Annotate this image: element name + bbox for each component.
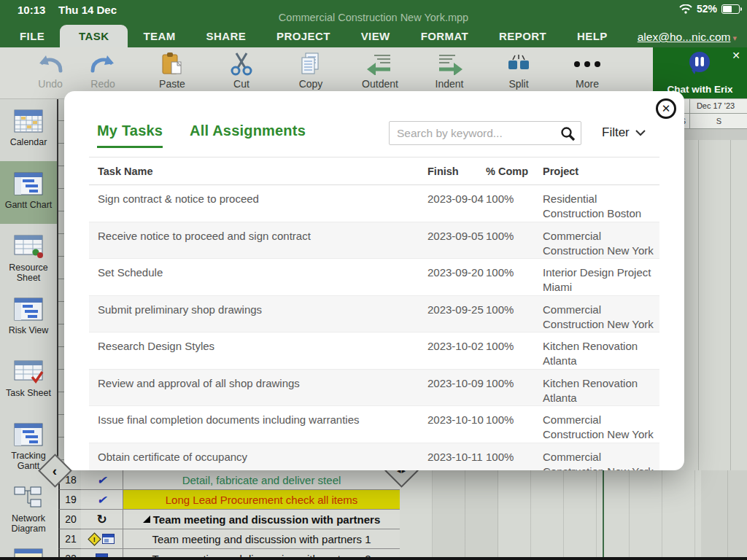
redo-icon: [72, 52, 133, 76]
copy-icon: [280, 52, 341, 76]
gantt-row-21: 21 ! Team meeting and discussion with pa…: [57, 529, 400, 549]
tab-all-assignments[interactable]: All Assignments: [190, 122, 306, 139]
chevron-down-icon: [635, 130, 646, 136]
table-row[interactable]: Obtain certificate of occupancy2023-10-1…: [89, 443, 659, 471]
cut-icon: [211, 52, 272, 76]
account-menu[interactable]: alex@ho...nic.com▾: [638, 31, 737, 44]
menu-task[interactable]: TASK: [60, 25, 128, 47]
gantt-row-19: 19 ✔ Long Lead Procurement check all ite…: [57, 490, 400, 510]
gantt-chart-icon: [13, 171, 44, 196]
task-name-cell[interactable]: Long Lead Procurement check all items: [123, 490, 400, 510]
app-screen: 10:13 Thu 14 Dec Commercial Construction…: [0, 0, 747, 560]
table-row[interactable]: Receive notice to proceed and sign contr…: [89, 222, 659, 260]
more-button[interactable]: More: [557, 52, 618, 90]
warning-icon: !: [88, 532, 101, 545]
chevron-down-icon: ▾: [732, 34, 737, 43]
network-diagram-icon: [13, 485, 44, 510]
complete-check-icon: ✔: [97, 493, 107, 507]
table-row[interactable]: Set Schedule2023-09-20100%Interior Desig…: [89, 259, 659, 296]
table-row[interactable]: Review and approval of all shop drawings…: [89, 370, 659, 407]
status-icons: 52%: [679, 3, 740, 15]
indicator-cell: !: [81, 529, 123, 549]
paste-button[interactable]: Paste: [142, 52, 203, 90]
outdent-icon: [349, 52, 411, 76]
sidebar-item-risk-view[interactable]: Risk View: [0, 287, 57, 349]
chat-close-icon[interactable]: ✕: [732, 50, 740, 61]
task-name-cell[interactable]: Team meeting and discussion with partner…: [123, 510, 400, 529]
split-button[interactable]: Split: [488, 52, 549, 90]
task-calendar-icon: [102, 534, 115, 544]
account-email: alex@ho...nic.com: [638, 31, 731, 43]
menu-bar: FILE TASK TEAM SHARE PROJECT VIEW FORMAT…: [4, 25, 623, 47]
chat-bubble-icon: [685, 50, 714, 77]
resource-sheet-icon: [13, 234, 44, 259]
copy-button[interactable]: Copy: [280, 52, 341, 90]
indicator-cell: ✔: [81, 470, 123, 490]
outdent-button[interactable]: Outdent: [349, 52, 411, 90]
indicator-cell: ↻: [81, 510, 123, 529]
sidebar-item-resource-sheet[interactable]: Resource Sheet: [0, 224, 57, 287]
table-row[interactable]: Issue final completion documents includi…: [89, 406, 659, 443]
sidebar-item-task-sheet[interactable]: Task Sheet: [0, 349, 57, 412]
search-input[interactable]: [390, 122, 581, 144]
task-name-cell[interactable]: Detail, fabricate and deliver steel: [123, 470, 400, 490]
sidebar-item-gantt-chart[interactable]: Gantt Chart: [0, 161, 57, 224]
search-icon[interactable]: [560, 126, 576, 141]
wifi-icon: [679, 4, 692, 14]
row-id: 20: [58, 510, 82, 529]
indicator-cell: ✔: [81, 490, 123, 510]
sidebar-item-network-diagram[interactable]: Network Diagram: [0, 475, 57, 537]
table-header: Task Name Finish % Comp Project: [89, 157, 659, 185]
dialog-close-icon[interactable]: ✕: [656, 98, 676, 119]
view-sidebar: Calendar Gantt Chart Resource Sheet: [0, 98, 57, 560]
task-sheet-icon: [13, 359, 44, 384]
redo-button[interactable]: Redo: [72, 52, 133, 90]
split-icon: [488, 52, 549, 76]
task-name-cell[interactable]: Team meeting and discussion with partner…: [123, 529, 400, 549]
battery-percent: 52%: [697, 3, 717, 15]
row-id: 21: [58, 529, 82, 549]
gantt-row-18: 18 ✔ Detail, fabricate and deliver steel: [57, 470, 400, 490]
menu-project[interactable]: PROJECT: [261, 25, 346, 47]
gantt-row-20: 20 ↻ Team meeting and discussion with pa…: [57, 510, 400, 529]
gantt-chart-area-right: [684, 140, 747, 470]
current-date-line: [603, 470, 604, 557]
risk-view-icon: [13, 297, 44, 322]
table-row[interactable]: Sign contract & notice to proceed2023-09…: [89, 185, 659, 222]
battery-icon: [721, 4, 740, 14]
my-tasks-dialog: ✕ My Tasks All Assignments Filter Task N…: [64, 91, 684, 470]
menu-share[interactable]: SHARE: [191, 25, 262, 47]
tab-my-tasks[interactable]: My Tasks: [97, 122, 163, 148]
collapse-triangle-icon[interactable]: [143, 516, 150, 523]
recurring-task-icon: ↻: [96, 512, 107, 527]
table-row[interactable]: Submit preliminary shop drawings2023-09-…: [89, 296, 659, 333]
gantt-timescale: Dec 17 '23 S S: [684, 98, 747, 470]
sidebar-item-calendar[interactable]: Calendar: [0, 98, 57, 161]
indent-button[interactable]: Indent: [419, 52, 480, 90]
indent-icon: [419, 52, 480, 76]
menu-report[interactable]: REPORT: [484, 25, 562, 47]
timescale-band: [684, 129, 747, 140]
paste-icon: [142, 52, 203, 76]
cut-button[interactable]: Cut: [211, 52, 272, 90]
timescale-day-cells: S S: [684, 114, 747, 129]
menu-format[interactable]: FORMAT: [406, 25, 484, 47]
assignments-table: Task Name Finish % Comp Project Sign con…: [89, 157, 659, 470]
timescale-week-cell: Dec 17 '23: [684, 98, 747, 114]
menu-file[interactable]: FILE: [4, 25, 60, 47]
more-icon: [557, 52, 618, 76]
document-title: Commercial Construction New York.mpp: [0, 12, 747, 23]
filter-dropdown[interactable]: Filter: [602, 125, 646, 140]
screen-bottom-edge: [0, 557, 747, 560]
menu-view[interactable]: VIEW: [346, 25, 406, 47]
gantt-chart-area: [400, 470, 747, 557]
menu-help[interactable]: HELP: [562, 25, 623, 47]
complete-check-icon: ✔: [97, 473, 107, 487]
row-id: 19: [58, 490, 82, 510]
top-bar: 10:13 Thu 14 Dec Commercial Construction…: [0, 0, 747, 47]
menu-team[interactable]: TEAM: [128, 25, 190, 47]
search-box[interactable]: [389, 121, 581, 145]
table-row[interactable]: Research Design Styles2023-10-02100%Kitc…: [89, 332, 659, 370]
tracking-gantt-icon: [13, 422, 44, 447]
calendar-icon: [13, 109, 44, 133]
